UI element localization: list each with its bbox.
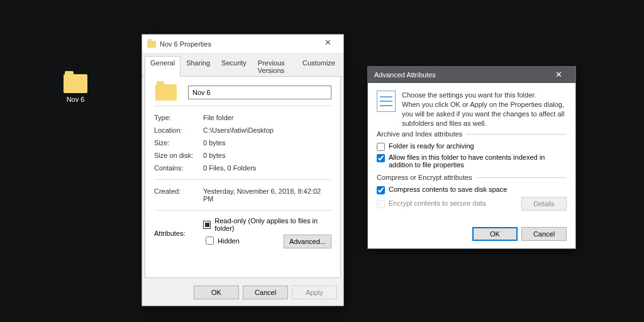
checkbox-icon[interactable] <box>206 236 214 245</box>
details-button: Details <box>521 197 567 211</box>
tab-body-general: Type:File folder Location:C:\Users\fatiw… <box>145 77 341 278</box>
advanced-attributes-dialog: Advanced Attributes ✕ Choose the setting… <box>367 66 576 249</box>
size-on-disk-label: Size on disk: <box>154 152 203 159</box>
cancel-button[interactable]: Cancel <box>521 227 567 241</box>
size-value: 0 bytes <box>203 139 331 147</box>
archive-group-label: Archive and Index attributes <box>377 130 466 138</box>
advanced-dialog-buttons: OK Cancel <box>368 221 575 248</box>
properties-dialog: Nov 6 Properties ✕ General Sharing Secur… <box>142 34 344 306</box>
folder-icon <box>147 41 156 48</box>
compress-checkbox[interactable]: Compress contents to save disk space <box>377 186 567 194</box>
contains-value: 0 Files, 0 Folders <box>203 164 331 172</box>
checkbox-mixed-icon <box>203 221 211 229</box>
tab-general[interactable]: General <box>145 56 180 77</box>
advanced-body: Choose the settings you want for this fo… <box>368 83 575 221</box>
properties-dialog-buttons: OK Cancel Apply <box>142 280 343 306</box>
contains-label: Contains: <box>154 164 203 172</box>
tabs: General Sharing Security Previous Versio… <box>142 54 343 77</box>
tab-previous-versions[interactable]: Previous Versions <box>252 56 297 77</box>
advanced-intro-1: Choose the settings you want for this fo… <box>402 91 567 100</box>
readonly-label: Read-only (Only applies to files in fold… <box>214 217 331 232</box>
size-on-disk-value: 0 bytes <box>203 152 331 159</box>
properties-titlebar[interactable]: Nov 6 Properties ✕ <box>142 35 343 54</box>
hidden-label: Hidden <box>218 237 240 245</box>
index-allow-label: Allow files in this folder to have conte… <box>389 153 567 169</box>
ok-button[interactable]: OK <box>194 286 239 299</box>
ok-button[interactable]: OK <box>472 227 518 241</box>
desktop-folder[interactable]: Nov 6 <box>53 74 97 103</box>
size-label: Size: <box>154 139 203 147</box>
compress-label: Compress contents to save disk space <box>389 186 507 193</box>
created-label: Created: <box>154 187 203 203</box>
location-label: Location: <box>154 126 203 134</box>
close-icon[interactable]: ✕ <box>548 70 569 79</box>
archive-group: Archive and Index attributes Folder is r… <box>377 134 567 174</box>
close-icon[interactable]: ✕ <box>317 38 338 50</box>
advanced-button[interactable]: Advanced... <box>284 235 331 248</box>
cancel-button[interactable]: Cancel <box>243 286 288 299</box>
archive-ready-checkbox[interactable]: Folder is ready for archiving <box>377 142 567 151</box>
folder-name-input[interactable] <box>188 86 331 99</box>
archive-ready-label: Folder is ready for archiving <box>389 142 474 150</box>
desktop-folder-label: Nov 6 <box>53 96 97 103</box>
compress-group: Compress or Encrypt attributes Compress … <box>377 177 567 213</box>
folder-icon <box>155 84 177 101</box>
created-value: Yesterday, November 6, 2018, 8:42:02 PM <box>203 187 331 203</box>
advanced-intro-2: When you click OK or Apply on the Proper… <box>402 100 567 128</box>
advanced-titlebar[interactable]: Advanced Attributes ✕ <box>368 67 575 83</box>
encrypt-checkbox: Encrypt contents to secure data <box>377 199 521 208</box>
encrypt-label: Encrypt contents to secure data <box>389 199 486 207</box>
tab-security[interactable]: Security <box>216 56 252 77</box>
location-value: C:\Users\fatiw\Desktop <box>203 126 331 134</box>
attributes-label: Attributes: <box>154 230 203 237</box>
index-allow-checkbox[interactable]: Allow files in this folder to have conte… <box>377 153 567 169</box>
compress-group-label: Compress or Encrypt attributes <box>377 174 476 181</box>
tab-customize[interactable]: Customize <box>297 56 341 77</box>
type-value: File folder <box>203 114 331 121</box>
type-label: Type: <box>154 114 203 121</box>
tab-sharing[interactable]: Sharing <box>180 56 216 77</box>
hidden-checkbox[interactable]: Hidden <box>203 235 240 247</box>
advanced-title: Advanced Attributes <box>374 71 548 79</box>
readonly-checkbox[interactable]: Read-only (Only applies to files in fold… <box>203 217 331 232</box>
folder-icon <box>64 74 87 93</box>
properties-title: Nov 6 Properties <box>160 40 317 48</box>
attributes-icon <box>377 91 396 112</box>
apply-button: Apply <box>292 286 337 299</box>
